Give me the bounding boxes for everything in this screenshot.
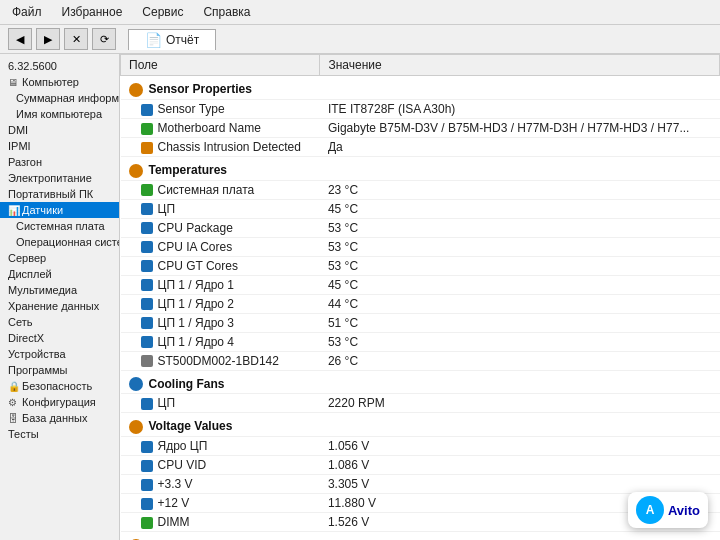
table-row[interactable]: ЦП 1 / Ядро 244 °C xyxy=(121,294,720,313)
row-value: 53 °C xyxy=(320,237,720,256)
table-row[interactable]: Sensor TypeITE IT8728F (ISA A30h) xyxy=(121,99,720,118)
sidebar-item-tests[interactable]: Тесты xyxy=(0,426,119,442)
row-icon xyxy=(141,398,153,410)
table-row[interactable]: CPU VID1.086 V xyxy=(121,456,720,475)
row-icon xyxy=(141,460,153,472)
row-value: 23 °C xyxy=(320,180,720,199)
sidebar-laptop-label: Портативный ПК xyxy=(8,188,93,200)
sidebar-item-config[interactable]: ⚙ Конфигурация xyxy=(0,394,119,410)
sensors-icon: 📊 xyxy=(8,205,20,216)
sidebar-item-directx[interactable]: DirectX xyxy=(0,330,119,346)
section-icon xyxy=(129,83,143,97)
table-row[interactable]: ST500DM002-1BD14226 °C xyxy=(121,351,720,370)
sidebar-item-hostname[interactable]: Имя компьютера xyxy=(0,106,119,122)
table-row[interactable]: Ядро ЦП1.056 V xyxy=(121,437,720,456)
sidebar-item-os[interactable]: Операционная система xyxy=(0,234,119,250)
config-icon: ⚙ xyxy=(8,397,20,408)
sidebar-item-display[interactable]: Дисплей xyxy=(0,266,119,282)
sidebar-item-computer[interactable]: 🖥 Компьютер xyxy=(0,74,119,90)
table-section-header: Cooling Fans xyxy=(121,370,720,394)
sidebar-item-database[interactable]: 🗄 База данных xyxy=(0,410,119,426)
row-field: Motherboard Name xyxy=(158,121,261,135)
sidebar-devices-label: Устройства xyxy=(8,348,66,360)
sidebar-item-version[interactable]: 6.32.5600 xyxy=(0,58,119,74)
row-field: ЦП xyxy=(158,202,176,216)
stop-button[interactable]: ✕ xyxy=(64,28,88,50)
section-icon xyxy=(129,377,143,391)
row-value: 1.056 V xyxy=(320,437,720,456)
sidebar-item-sensors[interactable]: 📊 Датчики xyxy=(0,202,119,218)
table-row[interactable]: ЦП45 °C xyxy=(121,199,720,218)
sidebar-database-label: База данных xyxy=(22,412,88,424)
row-field: ЦП 1 / Ядро 4 xyxy=(158,335,235,349)
sidebar-item-server[interactable]: Сервер xyxy=(0,250,119,266)
section-icon xyxy=(129,420,143,434)
row-field: ЦП 1 / Ядро 2 xyxy=(158,297,235,311)
row-value: 51 °C xyxy=(320,313,720,332)
sidebar-item-devices[interactable]: Устройства xyxy=(0,346,119,362)
sidebar-display-label: Дисплей xyxy=(8,268,52,280)
table-row[interactable]: ЦП 1 / Ядро 145 °C xyxy=(121,275,720,294)
avito-logo-circle: A xyxy=(636,496,664,524)
table-row[interactable]: CPU GT Cores53 °C xyxy=(121,256,720,275)
sidebar-tests-label: Тесты xyxy=(8,428,39,440)
sidebar-item-multimedia[interactable]: Мультимедиа xyxy=(0,282,119,298)
section-icon xyxy=(129,164,143,178)
sidebar-item-ipmi[interactable]: IPMI xyxy=(0,138,119,154)
row-field: CPU VID xyxy=(158,458,207,472)
toolbar: ◀ ▶ ✕ ⟳ 📄 Отчёт xyxy=(0,25,720,54)
col-field-header: Поле xyxy=(121,55,320,76)
forward-button[interactable]: ▶ xyxy=(36,28,60,50)
menu-help[interactable]: Справка xyxy=(199,3,254,21)
sidebar-network-label: Сеть xyxy=(8,316,32,328)
menu-favorites[interactable]: Избранное xyxy=(58,3,127,21)
sidebar-item-summary[interactable]: Суммарная информа... xyxy=(0,90,119,106)
row-value: 53 °C xyxy=(320,332,720,351)
sidebar-item-security[interactable]: 🔒 Безопасность xyxy=(0,378,119,394)
sidebar-item-sysboard[interactable]: Системная плата xyxy=(0,218,119,234)
row-value: 2220 RPM xyxy=(320,394,720,413)
table-row[interactable]: Motherboard NameGigabyte B75M-D3V / B75M… xyxy=(121,118,720,137)
table-row[interactable]: CPU Package53 °C xyxy=(121,218,720,237)
refresh-button[interactable]: ⟳ xyxy=(92,28,116,50)
sidebar-ipmi-label: IPMI xyxy=(8,140,31,152)
table-row[interactable]: Системная плата23 °C xyxy=(121,180,720,199)
sidebar-item-overclock[interactable]: Разгон xyxy=(0,154,119,170)
table-row[interactable]: ЦП2220 RPM xyxy=(121,394,720,413)
row-field: +12 V xyxy=(158,496,190,510)
row-icon xyxy=(141,517,153,529)
report-tab-label: Отчёт xyxy=(166,33,199,47)
sidebar-programs-label: Программы xyxy=(8,364,67,376)
sidebar-item-programs[interactable]: Программы xyxy=(0,362,119,378)
sidebar-item-storage[interactable]: Хранение данных xyxy=(0,298,119,314)
menu-file[interactable]: Файл xyxy=(8,3,46,21)
row-icon xyxy=(141,241,153,253)
menu-service[interactable]: Сервис xyxy=(138,3,187,21)
row-value: 44 °C xyxy=(320,294,720,313)
sidebar-directx-label: DirectX xyxy=(8,332,44,344)
report-tab[interactable]: 📄 Отчёт xyxy=(128,29,216,50)
row-field: ST500DM002-1BD142 xyxy=(158,354,279,368)
sidebar-sysboard-label: Системная плата xyxy=(16,220,105,232)
sidebar-item-network[interactable]: Сеть xyxy=(0,314,119,330)
row-icon xyxy=(141,298,153,310)
row-value: 1.086 V xyxy=(320,456,720,475)
table-row[interactable]: ЦП 1 / Ядро 453 °C xyxy=(121,332,720,351)
table-row[interactable]: Chassis Intrusion DetectedДа xyxy=(121,137,720,156)
sidebar-item-dmi[interactable]: DMI xyxy=(0,122,119,138)
sidebar-item-power[interactable]: Электропитание xyxy=(0,170,119,186)
table-row[interactable]: ЦП 1 / Ядро 351 °C xyxy=(121,313,720,332)
avito-circle-text: A xyxy=(646,503,655,517)
row-icon xyxy=(141,336,153,348)
avito-label: Avito xyxy=(668,503,700,518)
table-row[interactable]: +3.3 V3.305 V xyxy=(121,475,720,494)
sidebar-item-laptop[interactable]: Портативный ПК xyxy=(0,186,119,202)
sidebar-os-label: Операционная система xyxy=(16,236,119,248)
row-value: 53 °C xyxy=(320,256,720,275)
row-field: ЦП 1 / Ядро 3 xyxy=(158,316,235,330)
row-icon xyxy=(141,260,153,272)
back-button[interactable]: ◀ xyxy=(8,28,32,50)
sidebar: 6.32.5600 🖥 Компьютер Суммарная информа.… xyxy=(0,54,120,540)
row-field: CPU IA Cores xyxy=(158,240,233,254)
table-row[interactable]: CPU IA Cores53 °C xyxy=(121,237,720,256)
